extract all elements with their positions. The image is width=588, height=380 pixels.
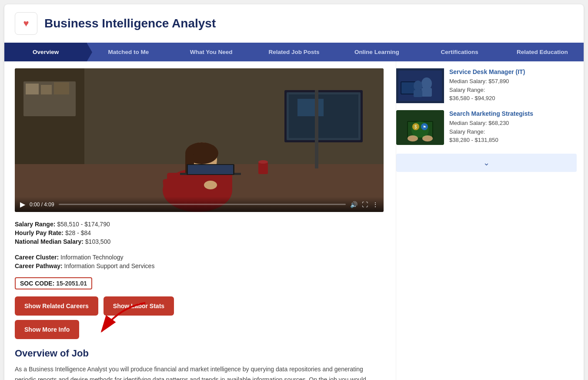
show-more-info-button[interactable]: Show More Info [15, 320, 79, 339]
chevron-down-icon: ⌄ [483, 158, 490, 167]
svg-rect-5 [54, 82, 69, 94]
career-cluster: Career Cluster: Information Technology [15, 254, 385, 261]
show-labor-stats-button[interactable]: Show Labor Stats [104, 296, 174, 316]
svg-rect-3 [26, 84, 39, 94]
career-pathway: Career Pathway: Information Support and … [15, 262, 385, 269]
svg-rect-32 [414, 90, 422, 97]
overview-heading: Overview of Job [15, 348, 385, 359]
video-volume-icon[interactable]: 🔊 [350, 201, 357, 208]
video-time: 0:00 / 4:09 [30, 202, 54, 208]
svg-rect-30 [421, 88, 432, 97]
career-card-info-0: Service Desk Manager (IT) Median Salary:… [449, 68, 525, 103]
favorite-button[interactable]: ♥ [15, 12, 37, 35]
tab-overview[interactable]: Overview [4, 43, 87, 61]
career-card-title-1[interactable]: Search Marketing Strategists [449, 110, 533, 117]
tab-related-job-posts[interactable]: Related Job Posts [253, 43, 335, 61]
tab-what-you-need[interactable]: What You Need [170, 43, 253, 61]
career-card-image-1: $ ⚑ [396, 110, 444, 145]
hourly-rate: Hourly Pay Rate: $28 - $84 [15, 229, 385, 236]
svg-rect-9 [297, 99, 324, 116]
svg-point-42 [411, 121, 429, 138]
video-play-button[interactable]: ▶ [20, 200, 25, 208]
video-more-icon[interactable]: ⋮ [372, 201, 378, 208]
right-column: Service Desk Manager (IT) Median Salary:… [396, 61, 584, 380]
left-column: ▶ 0:00 / 4:09 🔊 ⛶ ⋮ Salary Range: $58,51… [4, 61, 396, 380]
video-background [15, 68, 384, 212]
tab-matched[interactable]: Matched to Me [87, 43, 170, 61]
video-controls: ▶ 0:00 / 4:09 🔊 ⛶ ⋮ [15, 197, 384, 212]
career-card-info-1: Search Marketing Strategists Median Sala… [449, 110, 533, 145]
career-card-range-0: Salary Range: $36,580 - $94,920 [449, 86, 525, 103]
overview-section: Overview of Job As a Business Intelligen… [15, 348, 385, 380]
overview-description: As a Business Intelligence Analyst you w… [15, 364, 385, 380]
tab-online-learning[interactable]: Online Learning [335, 43, 418, 61]
career-card-0: Service Desk Manager (IT) Median Salary:… [396, 68, 577, 103]
career-card-image-0 [396, 68, 444, 103]
svg-point-23 [258, 160, 268, 164]
career-card-median-0: Median Salary: $57,890 [449, 77, 525, 86]
salary-range: Salary Range: $58,510 - $174,790 [15, 221, 385, 228]
svg-point-31 [414, 81, 422, 91]
tab-certifications[interactable]: Certifications [418, 43, 501, 61]
svg-rect-21 [315, 90, 318, 168]
median-salary: National Median Salary: $103,500 [15, 238, 385, 245]
video-scene-svg [15, 68, 384, 212]
svg-rect-4 [41, 85, 52, 94]
page-title: Business Intelligence Analyst [44, 17, 216, 30]
video-player[interactable]: ▶ 0:00 / 4:09 🔊 ⛶ ⋮ [15, 68, 384, 212]
svg-rect-20 [188, 165, 233, 174]
career-card-median-1: Median Salary: $68,230 [449, 119, 533, 128]
video-progress-bar[interactable] [59, 204, 346, 205]
expand-related-careers-button[interactable]: ⌄ [396, 154, 577, 172]
career-card-range-1: Salary Range: $38,280 - $131,850 [449, 128, 533, 145]
svg-point-17 [204, 181, 217, 189]
video-fullscreen-icon[interactable]: ⛶ [362, 201, 368, 208]
career-card-1: $ ⚑ Search Marketing Strategists Median … [396, 110, 577, 145]
header: ♥ Business Intelligence Analyst [4, 4, 584, 43]
salary-section: Salary Range: $58,510 - $174,790 Hourly … [15, 221, 385, 380]
action-buttons: Show Related Careers Show Labor Stats [15, 296, 385, 316]
svg-point-29 [421, 77, 432, 90]
show-related-careers-button[interactable]: Show Related Careers [15, 296, 98, 316]
svg-rect-22 [258, 162, 268, 174]
career-card-title-0[interactable]: Service Desk Manager (IT) [449, 68, 525, 75]
soc-code-box: SOC CODE: 15-2051.01 [15, 277, 92, 289]
main-content: ▶ 0:00 / 4:09 🔊 ⛶ ⋮ Salary Range: $58,51… [4, 61, 584, 380]
tab-related-education[interactable]: Related Education [501, 43, 584, 61]
page-container: ♥ Business Intelligence Analyst Overview… [4, 4, 584, 380]
nav-tabs: Overview Matched to Me What You Need Rel… [4, 43, 584, 61]
